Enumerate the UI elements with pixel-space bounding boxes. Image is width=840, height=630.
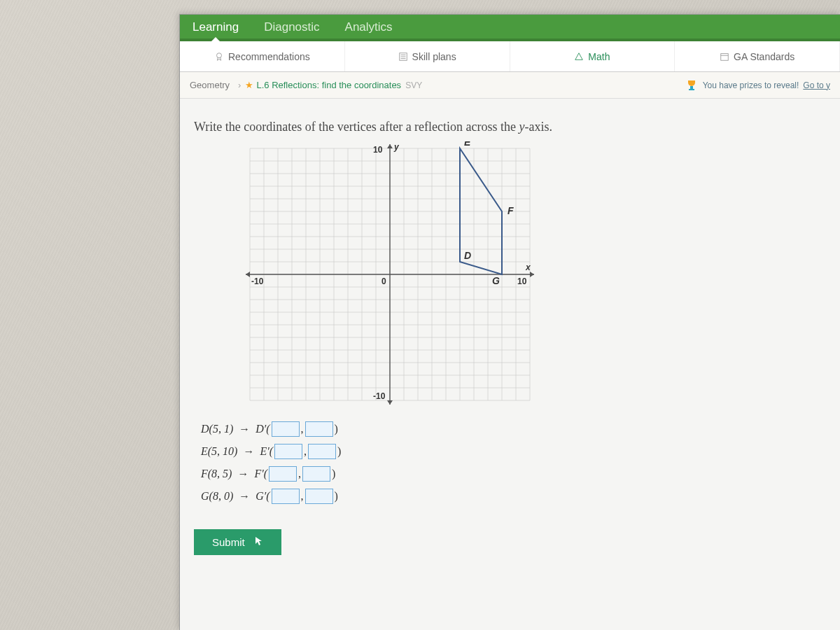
image-point-label: D′( — [255, 423, 270, 435]
orig-point: D(5, 1) — [201, 423, 233, 435]
answer-y-input[interactable] — [305, 489, 333, 504]
star-icon: ★ — [245, 80, 253, 90]
breadcrumb-subject[interactable]: Geometry — [190, 80, 230, 90]
svg-text:D: D — [464, 250, 471, 261]
nav-label: GA Standards — [734, 51, 794, 62]
prize-link[interactable]: Go to y — [803, 80, 830, 90]
answer-y-input[interactable] — [305, 421, 333, 437]
breadcrumb: Geometry › ★ L.6 Reflections: find the c… — [180, 72, 840, 99]
coordinate-grid: -1001010-10yxDEFG — [243, 141, 537, 407]
arrow-icon: → — [237, 468, 248, 480]
nav-recommendations[interactable]: Recommendations — [180, 41, 345, 71]
answer-x-input[interactable] — [272, 421, 300, 437]
svg-text:-10: -10 — [373, 391, 386, 401]
question-content: Write the coordinates of the vertices af… — [180, 99, 840, 569]
nav-math[interactable]: Math — [510, 41, 676, 71]
tab-diagnostic[interactable]: Diagnostic — [251, 15, 332, 38]
answer-x-input[interactable] — [272, 489, 300, 504]
nav-standards[interactable]: GA Standards — [675, 41, 840, 71]
submit-button[interactable]: Submit — [194, 529, 281, 555]
app-frame: Learning Diagnostic Analytics Recommenda… — [179, 14, 840, 630]
triangle-icon — [574, 52, 584, 62]
answer-row: D(5, 1)→D′(, ) — [201, 421, 826, 437]
answer-row: F(8, 5)→F′(, ) — [201, 466, 826, 482]
cursor-icon — [255, 536, 263, 546]
answer-y-input[interactable] — [302, 466, 330, 482]
svg-text:G: G — [492, 275, 500, 286]
breadcrumb-skill[interactable]: L.6 Reflections: find the coordinates — [256, 80, 401, 90]
answer-row: G(8, 0)→G′(, ) — [201, 489, 826, 504]
answer-row: E(5, 10)→E′(, ) — [201, 444, 826, 459]
image-point-label: G′( — [255, 490, 270, 503]
image-point-label: F′( — [254, 468, 267, 480]
answer-x-input[interactable] — [269, 466, 297, 482]
svg-text:y: y — [393, 142, 400, 152]
chevron-right-icon: › — [238, 80, 241, 90]
nav-label: Skill plans — [412, 51, 456, 62]
svg-text:x: x — [525, 262, 531, 272]
orig-point: G(8, 0) — [201, 490, 233, 503]
svg-rect-8 — [689, 89, 694, 90]
orig-point: F(8, 5) — [201, 468, 232, 480]
svg-text:10: 10 — [517, 276, 527, 286]
image-point-label: E′( — [260, 445, 273, 458]
medal-icon — [214, 52, 224, 62]
answer-y-input[interactable] — [308, 444, 336, 459]
arrow-icon: → — [239, 423, 250, 435]
svg-rect-5 — [721, 53, 729, 60]
tab-learning[interactable]: Learning — [180, 15, 251, 38]
svg-point-0 — [217, 52, 222, 57]
svg-text:E: E — [464, 141, 471, 148]
nav-label: Math — [588, 51, 610, 62]
orig-point: E(5, 10) — [201, 445, 237, 458]
prize-text: You have prizes to reveal! — [703, 80, 799, 90]
nav-skill-plans[interactable]: Skill plans — [345, 41, 510, 71]
svg-text:10: 10 — [373, 145, 383, 155]
svg-text:F: F — [507, 205, 514, 216]
list-icon — [398, 52, 408, 62]
answer-x-input[interactable] — [274, 444, 302, 459]
tab-analytics[interactable]: Analytics — [332, 15, 405, 38]
prize-banner: You have prizes to reveal! Go to y — [685, 78, 830, 92]
question-text: Write the coordinates of the vertices af… — [194, 120, 826, 134]
primary-nav: Learning Diagnostic Analytics — [180, 15, 840, 41]
svg-rect-7 — [690, 86, 693, 89]
svg-text:0: 0 — [382, 276, 386, 286]
svg-text:-10: -10 — [251, 276, 264, 286]
secondary-nav: Recommendations Skill plans Math GA Stan… — [180, 41, 840, 72]
arrow-icon: → — [243, 445, 254, 458]
arrow-icon: → — [239, 490, 250, 503]
breadcrumb-tag: SVY — [405, 80, 422, 90]
nav-label: Recommendations — [228, 51, 310, 62]
trophy-icon — [685, 78, 699, 92]
calendar-icon — [720, 52, 729, 62]
answer-list: D(5, 1)→D′(, )E(5, 10)→E′(, )F(8, 5)→F′(… — [201, 421, 826, 504]
